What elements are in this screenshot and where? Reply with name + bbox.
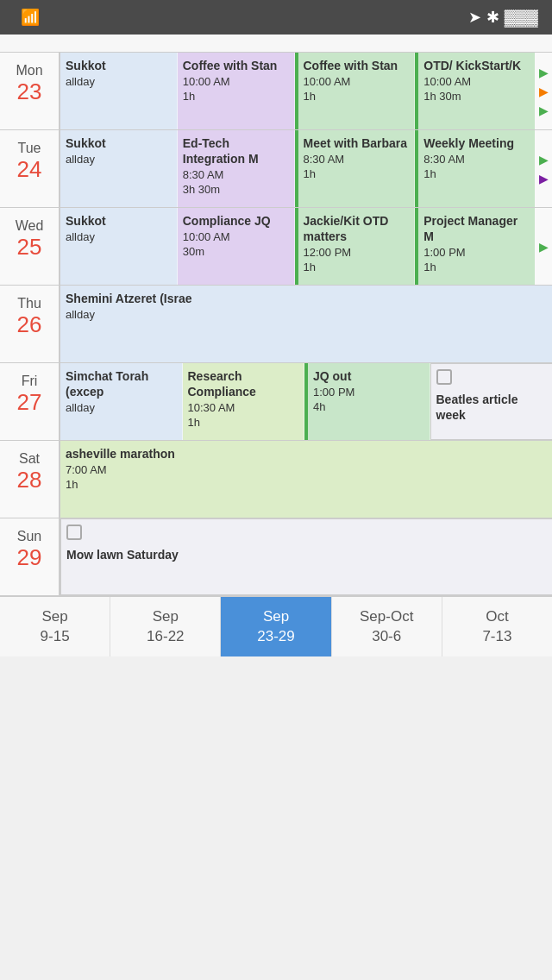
event-time: 8:30 AM 1h — [423, 153, 530, 182]
event-card[interactable]: Weekly Meeting8:30 AM 1h — [415, 130, 535, 207]
event-card[interactable]: Shemini Atzeret (Israeallday — [60, 286, 552, 362]
day-name: Wed — [16, 218, 44, 234]
event-title: OTD/ KickStart/K — [423, 58, 530, 73]
day-row-wed: Wed25SukkotalldayCompliance JQ10:00 AM 3… — [0, 208, 552, 286]
nav-week-0[interactable]: Sep 9-15 — [0, 597, 110, 656]
battery-icon: ▓▓▓ — [505, 9, 538, 27]
event-time: 7:00 AM 1h — [66, 463, 547, 493]
day-number: 27 — [17, 389, 42, 416]
day-events: SukkotalldayCompliance JQ10:00 AM 30mJac… — [60, 208, 535, 285]
event-card[interactable]: JQ out1:00 PM 4h — [304, 363, 430, 440]
event-title: Coffee with Stan — [304, 58, 410, 73]
day-name: Sun — [17, 529, 41, 544]
event-title: Coffee with Stan — [183, 58, 289, 73]
event-title: Sukkot — [66, 135, 172, 151]
event-time: 10:00 AM 1h — [304, 75, 410, 104]
event-title: Sukkot — [66, 58, 172, 73]
event-card[interactable]: Simchat Torah (excepallday — [60, 363, 183, 440]
nav-week-1[interactable]: Sep 16-22 — [110, 597, 221, 656]
event-time: 10:00 AM 1h 30m — [423, 75, 530, 104]
bluetooth-icon: ✱ — [486, 8, 499, 27]
event-card[interactable]: OTD/ KickStart/K10:00 AM 1h 30m — [415, 53, 535, 129]
day-row-fri: Fri27Simchat Torah (excepalldayResearch … — [0, 363, 552, 441]
day-events: asheville marathon7:00 AM 1h — [60, 441, 552, 518]
event-time: 10:00 AM 30m — [183, 230, 289, 260]
chevron-icon: ▶ — [539, 240, 549, 254]
event-card[interactable]: Compliance JQ10:00 AM 30m — [178, 208, 295, 285]
day-row-mon: Mon23SukkotalldayCoffee with Stan10:00 A… — [0, 53, 552, 130]
day-label-wed: Wed25 — [0, 208, 60, 285]
day-events: SukkotalldayCoffee with Stan10:00 AM 1hC… — [60, 53, 535, 129]
event-checkbox[interactable] — [66, 525, 82, 540]
chevron-icon: ▶ — [539, 153, 549, 166]
event-title: Ed-Tech Integration M — [183, 135, 289, 166]
day-number: 25 — [17, 234, 42, 261]
event-time: 10:00 AM 1h — [183, 75, 289, 104]
day-row-tue: Tue24SukkotalldayEd-Tech Integration M8:… — [0, 130, 552, 208]
day-label-mon: Mon23 — [0, 53, 60, 129]
event-time: allday — [66, 308, 547, 323]
event-title: Weekly Meeting — [423, 135, 530, 151]
day-row-sat: Sat28asheville marathon7:00 AM 1h — [0, 441, 552, 518]
bottom-nav: Sep 9-15Sep 16-22Sep 23-29Sep-Oct 30-6Oc… — [0, 596, 552, 656]
day-label-thu: Thu26 — [0, 286, 60, 362]
wifi-icon: 📶 — [21, 8, 40, 27]
status-bar: 📶 ➤ ✱ ▓▓▓ — [0, 0, 552, 35]
event-time: allday — [66, 401, 177, 416]
event-card[interactable]: Research Compliance10:30 AM 1h — [183, 363, 305, 440]
event-title: Simchat Torah (excep — [66, 368, 177, 399]
event-title: Project Manager M — [423, 213, 530, 244]
event-time: 8:30 AM 3h 30m — [183, 168, 289, 198]
chevron-icon: ▶ — [539, 66, 549, 79]
nav-week-2[interactable]: Sep 23-29 — [221, 597, 331, 656]
day-label-sun: Sun29 — [0, 518, 60, 595]
event-time: 8:30 AM 1h — [304, 153, 410, 182]
event-title: Mow lawn Saturday — [66, 547, 547, 562]
event-card[interactable]: Mow lawn Saturday — [60, 518, 552, 595]
event-title: Meet with Barbara — [304, 135, 410, 151]
day-events: Shemini Atzeret (Israeallday — [60, 286, 552, 362]
day-name: Fri — [22, 374, 38, 389]
day-number: 28 — [17, 467, 42, 493]
nav-week-4[interactable]: Oct 7-13 — [442, 597, 552, 656]
event-time: allday — [66, 153, 172, 167]
event-card[interactable]: Jackie/Kit OTD matters12:00 PM 1h — [295, 208, 416, 285]
day-name: Sat — [19, 451, 40, 467]
location-icon: ➤ — [468, 8, 481, 27]
day-events: Mow lawn Saturday — [60, 518, 552, 595]
event-title: asheville marathon — [66, 446, 547, 462]
event-card[interactable]: Ed-Tech Integration M8:30 AM 3h 30m — [178, 130, 295, 207]
day-events: Simchat Torah (excepalldayResearch Compl… — [60, 363, 552, 440]
event-card[interactable]: Beatles article week — [430, 363, 553, 440]
event-title: Sukkot — [66, 213, 172, 229]
day-label-fri: Fri27 — [0, 363, 60, 440]
event-time: 1:00 PM 1h — [423, 246, 530, 275]
day-number: 24 — [17, 156, 42, 183]
event-card[interactable]: Sukkotallday — [60, 130, 178, 207]
day-events: SukkotalldayEd-Tech Integration M8:30 AM… — [60, 130, 535, 207]
nav-week-3[interactable]: Sep-Oct 30-6 — [332, 597, 442, 656]
day-row-thu: Thu26Shemini Atzeret (Israeallday — [0, 286, 552, 363]
event-card[interactable]: Sukkotallday — [60, 53, 178, 129]
event-card[interactable]: Meet with Barbara8:30 AM 1h — [295, 130, 416, 207]
chevron-icon: ▶ — [539, 85, 549, 98]
event-card[interactable]: asheville marathon7:00 AM 1h — [60, 441, 552, 518]
chevron-column: ▶▶ — [535, 130, 552, 207]
day-label-tue: Tue24 — [0, 130, 60, 207]
event-card[interactable]: Coffee with Stan10:00 AM 1h — [295, 53, 416, 129]
event-card[interactable]: Coffee with Stan10:00 AM 1h — [178, 53, 295, 129]
event-time: allday — [66, 230, 172, 245]
day-name: Tue — [18, 141, 41, 156]
event-checkbox[interactable] — [436, 369, 452, 385]
chevron-icon: ▶ — [539, 104, 549, 117]
event-card[interactable]: Sukkotallday — [60, 208, 178, 285]
event-title: Compliance JQ — [183, 213, 289, 229]
event-title: Jackie/Kit OTD matters — [304, 213, 410, 244]
day-number: 29 — [17, 544, 42, 571]
event-card[interactable]: Project Manager M1:00 PM 1h — [415, 208, 535, 285]
day-number: 23 — [17, 79, 42, 105]
event-title: Beatles article week — [436, 392, 548, 423]
calendar-header — [0, 35, 552, 53]
day-name: Mon — [16, 63, 42, 79]
event-title: JQ out — [313, 368, 424, 384]
